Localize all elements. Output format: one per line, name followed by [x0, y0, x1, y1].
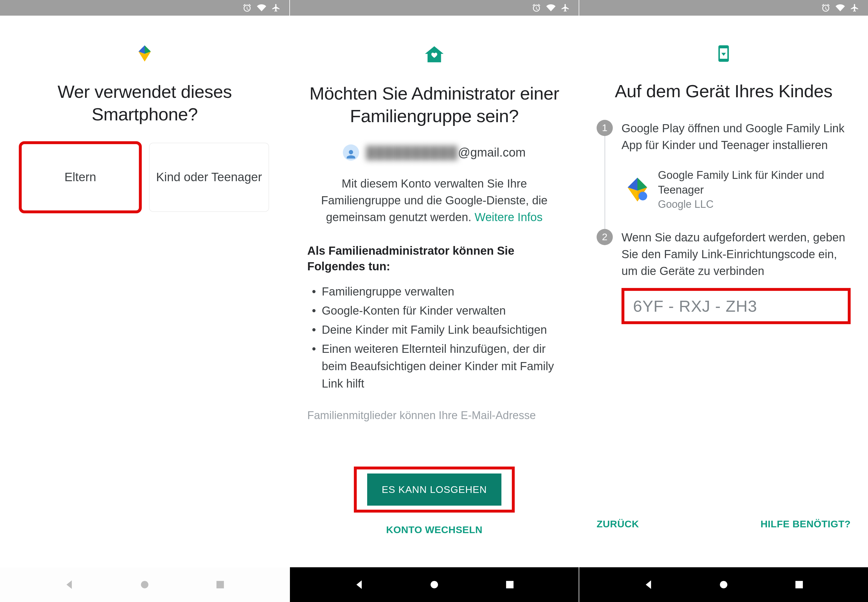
step-1: 1 Google Play öffnen und Google Family L…	[597, 120, 851, 229]
android-nav-bar	[579, 567, 868, 602]
app-name: Google Family Link für Kinder und Teenag…	[658, 168, 851, 198]
screen-family-admin: Möchten Sie Administrator einer Familien…	[289, 0, 579, 602]
more-info-link[interactable]: Weitere Infos	[474, 211, 543, 223]
capabilities-heading: Als Familienadministrator können Sie Fol…	[307, 243, 561, 274]
get-started-button[interactable]: ES KANN LOSGEHEN	[367, 473, 501, 505]
nav-back-icon[interactable]	[63, 578, 75, 591]
list-item: Familiengruppe verwalten	[310, 283, 561, 300]
step-number-2: 2	[597, 229, 613, 245]
back-button[interactable]: ZURÜCK	[597, 518, 639, 530]
android-nav-bar	[290, 567, 579, 602]
account-email: ██████████@gmail.com	[366, 146, 526, 160]
setup-code-highlight: 6YF - RXJ - ZH3	[621, 288, 851, 324]
help-button[interactable]: HILFE BENÖTIGT?	[761, 518, 851, 530]
svg-point-15	[720, 581, 727, 588]
primary-button-highlight: ES KANN LOSGEHEN	[357, 470, 512, 510]
status-bar	[579, 0, 868, 15]
nav-recent-icon[interactable]	[214, 578, 227, 591]
nav-back-icon[interactable]	[642, 578, 655, 591]
airplane-icon	[561, 3, 570, 12]
app-listing[interactable]: Google Family Link für Kinder und Teenag…	[621, 168, 851, 212]
svg-rect-9	[506, 581, 514, 588]
step-2-text: Wenn Sie dazu aufgefordert werden, geben…	[621, 229, 851, 279]
svg-rect-16	[795, 581, 803, 588]
setup-code: 6YF - RXJ - ZH3	[633, 296, 839, 315]
page-title: Möchten Sie Administrator einer Familien…	[307, 82, 561, 127]
airplane-icon	[850, 3, 859, 12]
wifi-icon	[836, 3, 845, 12]
nav-home-icon[interactable]	[428, 578, 441, 591]
wifi-icon	[546, 3, 555, 12]
nav-back-icon[interactable]	[353, 578, 365, 591]
screen-child-device: Auf dem Gerät Ihres Kindes 1 Google Play…	[579, 0, 868, 602]
svg-point-14	[639, 192, 647, 201]
alarm-icon	[242, 3, 252, 12]
nav-home-icon[interactable]	[138, 578, 151, 591]
wifi-icon	[257, 3, 266, 12]
option-child[interactable]: Kind oder Teenager	[149, 143, 269, 212]
page-title: Auf dem Gerät Ihres Kindes	[615, 80, 833, 103]
capabilities-list: Familiengruppe verwalten Google-Konten f…	[307, 283, 561, 394]
list-item: Google-Konten für Kinder verwalten	[310, 302, 561, 319]
airplane-icon	[271, 3, 281, 12]
alarm-icon	[821, 3, 830, 12]
nav-recent-icon[interactable]	[793, 578, 805, 591]
house-heart-icon	[424, 45, 445, 65]
list-item: Einen weiteren Elternteil hinzufügen, de…	[310, 340, 561, 392]
alarm-icon	[532, 3, 541, 12]
svg-point-6	[141, 581, 149, 588]
status-bar	[290, 0, 579, 15]
account-row: ██████████@gmail.com	[343, 144, 526, 161]
svg-rect-7	[216, 581, 224, 588]
svg-point-8	[431, 581, 438, 588]
description-text: Mit diesem Konto verwalten Sie Ihre Fami…	[311, 175, 557, 226]
nav-recent-icon[interactable]	[503, 578, 516, 591]
page-title: Wer verwendet dieses Smartphone?	[17, 80, 272, 125]
truncated-note: Familienmitglieder können Ihre E-Mail-Ad…	[307, 408, 536, 423]
android-nav-bar	[0, 567, 289, 602]
step-number-1: 1	[597, 120, 613, 136]
family-link-app-icon	[624, 177, 650, 203]
switch-account-button[interactable]: KONTO WECHSELN	[386, 524, 482, 536]
status-bar	[0, 0, 289, 15]
step-2: 2 Wenn Sie dazu aufgefordert werden, geb…	[597, 229, 851, 324]
nav-home-icon[interactable]	[717, 578, 730, 591]
avatar-icon	[343, 144, 359, 161]
list-item: Deine Kinder mit Family Link beaufsichti…	[310, 321, 561, 338]
option-parent[interactable]: Eltern	[20, 143, 140, 212]
screen-who-uses: Wer verwendet dieses Smartphone? Eltern …	[0, 0, 289, 602]
family-link-kite-icon	[135, 45, 154, 63]
step-1-text: Google Play öffnen und Google Family Lin…	[621, 120, 851, 154]
app-publisher: Google LLC	[658, 197, 851, 212]
phone-download-icon	[715, 45, 733, 63]
